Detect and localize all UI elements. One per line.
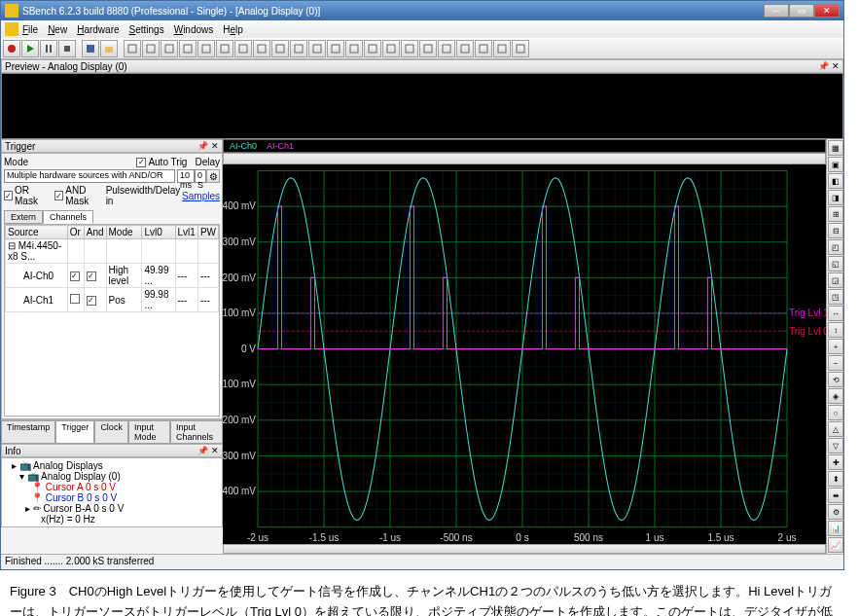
sidetool-icon[interactable]: ⬌ — [828, 488, 843, 503]
tab-channels[interactable]: Channels — [43, 210, 93, 224]
sidetool-icon[interactable]: + — [828, 339, 843, 354]
sidetool-icon[interactable]: ◰ — [828, 239, 843, 255]
ch0-label[interactable]: AI-Ch0 — [230, 141, 257, 151]
sidetool-icon[interactable]: − — [828, 355, 843, 371]
and-checkbox[interactable]: ✓ — [87, 296, 96, 306]
col-pw[interactable]: PW — [197, 226, 218, 239]
table-row[interactable]: AI-Ch0 ✓ ✓ High level 49.99 ... --- --- — [6, 264, 219, 288]
sidetool-icon[interactable]: ✚ — [828, 454, 843, 470]
tool-play-icon[interactable] — [21, 40, 39, 57]
delay-settings-icon[interactable]: ⚙ — [206, 169, 220, 183]
sidetool-icon[interactable]: ◱ — [828, 256, 843, 272]
sidetool-icon[interactable]: ◈ — [828, 388, 843, 404]
sidetool-icon[interactable]: ◨ — [828, 190, 843, 205]
tool-generic-icon[interactable] — [419, 40, 437, 57]
or-checkbox[interactable] — [70, 294, 80, 304]
and-checkbox[interactable]: ✓ — [87, 272, 96, 281]
sidetool-icon[interactable]: ▽ — [828, 438, 843, 453]
pin-icon[interactable]: 📌 — [197, 141, 208, 151]
ch1-label[interactable]: AI-Ch1 — [267, 141, 294, 151]
sidetool-icon[interactable]: ⊟ — [828, 223, 843, 238]
tool-record-icon[interactable] — [3, 40, 20, 57]
sidetool-icon[interactable]: ⚙ — [828, 504, 843, 520]
tool-generic-icon[interactable] — [161, 40, 178, 57]
sidetool-icon[interactable]: ▣ — [828, 157, 843, 172]
tool-stop-icon[interactable] — [58, 40, 76, 57]
tool-generic-icon[interactable] — [382, 40, 400, 57]
tool-generic-icon[interactable] — [197, 40, 215, 57]
andmask-checkbox[interactable]: ✓ — [54, 191, 63, 200]
tool-generic-icon[interactable] — [142, 40, 160, 57]
col-lvl1[interactable]: Lvl1 — [175, 226, 197, 239]
tool-generic-icon[interactable] — [475, 40, 492, 57]
tool-generic-icon[interactable] — [234, 40, 252, 57]
tool-generic-icon[interactable] — [216, 40, 233, 57]
trigger-source-select[interactable]: Multiple hardware sources with AND/OR — [4, 169, 175, 183]
pin-icon[interactable]: 📌 — [197, 446, 208, 455]
tool-pause-icon[interactable] — [40, 40, 57, 57]
menu-hardware[interactable]: Hardware — [77, 24, 119, 35]
tool-generic-icon[interactable] — [345, 40, 363, 57]
btab-inputmode[interactable]: Input Mode — [128, 420, 170, 444]
menu-windows[interactable]: Windows — [174, 24, 214, 35]
preview-close-icon[interactable]: ✕ — [832, 61, 840, 71]
sidetool-icon[interactable]: 📊 — [828, 521, 843, 536]
or-checkbox[interactable]: ✓ — [70, 272, 80, 281]
tool-generic-icon[interactable] — [271, 40, 289, 57]
tool-generic-icon[interactable] — [364, 40, 381, 57]
minimize-button[interactable]: ─ — [764, 4, 789, 18]
col-or[interactable]: Or — [67, 226, 84, 239]
tool-generic-icon[interactable] — [253, 40, 270, 57]
sidetool-icon[interactable]: ◳ — [828, 289, 843, 305]
col-mode[interactable]: Mode — [106, 226, 142, 239]
app-menu-icon[interactable] — [5, 22, 18, 36]
sidetool-icon[interactable]: ⬍ — [828, 471, 843, 487]
table-row[interactable]: AI-Ch1 ✓ Pos 99.98 ... --- --- — [6, 288, 219, 312]
btab-trigger[interactable]: Trigger — [55, 420, 94, 444]
sidetool-icon[interactable]: ⟲ — [828, 372, 843, 387]
sidetool-icon[interactable]: ↕ — [828, 322, 843, 338]
tool-save-icon[interactable] — [82, 40, 99, 57]
sidetool-icon[interactable]: ◧ — [828, 173, 843, 189]
timeout-input[interactable]: 10 ms — [177, 169, 195, 183]
tool-generic-icon[interactable] — [401, 40, 418, 57]
tool-generic-icon[interactable] — [512, 40, 529, 57]
tool-generic-icon[interactable] — [456, 40, 474, 57]
plot-hscroll-top[interactable] — [223, 153, 826, 164]
samples-link[interactable]: Samples — [182, 191, 220, 201]
col-lvl0[interactable]: Lvl0 — [142, 226, 175, 239]
tool-generic-icon[interactable] — [179, 40, 197, 57]
info-close-icon[interactable]: ✕ — [211, 446, 219, 455]
oscilloscope-plot[interactable]: -400 mV-300 mV-200 mV-100 mV0 V100 mV200… — [223, 164, 826, 544]
sidetool-icon[interactable]: △ — [828, 421, 843, 437]
tool-generic-icon[interactable] — [327, 40, 344, 57]
sidetool-icon[interactable]: 📈 — [828, 537, 843, 553]
tool-generic-icon[interactable] — [493, 40, 511, 57]
pin-icon[interactable]: 📌 — [818, 61, 829, 71]
tool-open-icon[interactable] — [100, 40, 118, 57]
sidetool-icon[interactable]: ○ — [828, 405, 843, 420]
sidetool-icon[interactable]: ◲ — [828, 272, 843, 288]
tool-generic-icon[interactable] — [308, 40, 326, 57]
sidetool-icon[interactable]: ⊞ — [828, 206, 843, 222]
sidetool-icon[interactable]: ↔ — [828, 306, 843, 321]
delay-input[interactable]: 0 S — [195, 169, 206, 183]
tool-generic-icon[interactable] — [290, 40, 307, 57]
btab-timestamp[interactable]: Timestamp — [1, 420, 55, 444]
tool-generic-icon[interactable] — [438, 40, 455, 57]
close-button[interactable]: ✕ — [814, 4, 840, 18]
trigger-close-icon[interactable]: ✕ — [211, 141, 219, 151]
maximize-button[interactable]: ▭ — [789, 4, 814, 18]
menu-help[interactable]: Help — [223, 24, 243, 35]
plot-hscroll-bottom[interactable] — [223, 544, 826, 554]
ormask-checkbox[interactable]: ✓ — [4, 191, 13, 200]
col-and[interactable]: And — [84, 226, 106, 239]
table-row[interactable]: ⊟ M4i.4450-x8 S... — [6, 239, 219, 264]
btab-clock[interactable]: Clock — [94, 420, 128, 444]
menu-file[interactable]: File — [22, 24, 38, 35]
btab-inputchannels[interactable]: Input Channels — [170, 420, 223, 444]
autotrig-checkbox[interactable]: ✓ — [136, 158, 146, 167]
tab-extern[interactable]: Extern — [4, 210, 43, 224]
sidetool-icon[interactable]: ▦ — [828, 140, 843, 156]
menu-new[interactable]: New — [48, 24, 67, 35]
